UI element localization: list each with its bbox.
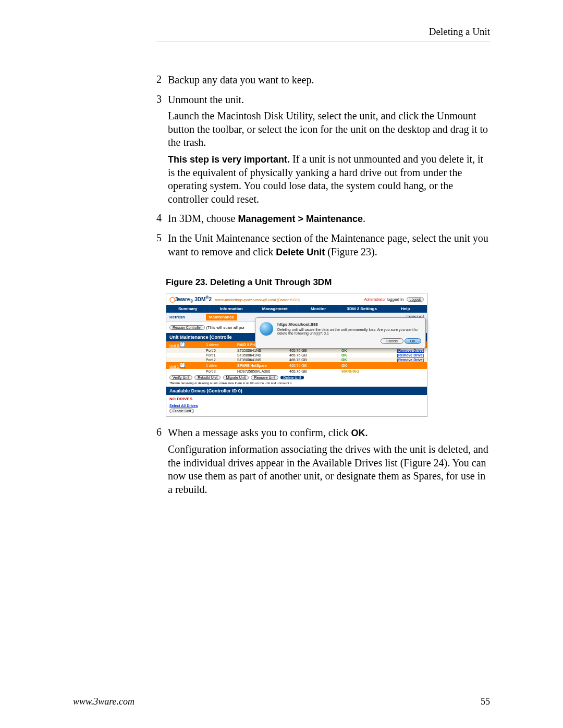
action-note: *Before removing or deleting a unit, mak… [166,381,427,387]
step-text: In 3DM, choose Management > Maintenance. [168,212,490,226]
dialog-message: Deleting unit will cause the data on the… [277,328,421,335]
unit-status: OK [341,364,373,367]
step-para: Configuration information associating th… [168,443,490,496]
confirm-dialog: https://localhost:888 Deleting unit will… [255,317,426,349]
tab-monitor[interactable]: Monitor [297,305,341,313]
host-label: amcc-marketings-power-mac-g5.local (Darw… [215,298,300,302]
drive-row: Port 0ST3500641NS465.76 GBOK[Remove Driv… [166,348,427,353]
warning-bold: This step is very important. [168,154,290,165]
step-number: 3 [156,93,168,209]
remove-unit-button[interactable]: Remove Unit [251,375,278,380]
safari-icon [260,322,273,336]
tab-summary[interactable]: Summary [166,305,210,313]
text-post: . [363,213,365,224]
create-unit-button[interactable]: Create Unit [169,409,194,413]
unit-row-1: Unit 1 1 drive SPARE HotSpare 465.75 GB … [166,362,427,369]
unit-drives: 1 drive [206,364,237,367]
select-all-drives-link[interactable]: Select All Drives [166,403,427,409]
step-text: When a message asks you to confirm, clic… [168,426,490,440]
button-ref: Delete Unit [276,247,325,257]
step-2: 2 Backup any data you want to keep. [156,73,490,90]
text-post: (Figure 23). [325,246,377,257]
unit-drives: 3 drives [206,343,237,347]
remove-drive-link[interactable]: [Remove Drive] [397,358,424,362]
maintenance-tab[interactable]: Maintenance [206,314,237,320]
step-para: Launch the Macintosh Disk Utility, selec… [168,109,490,150]
drive-row: Port 3HDS725050KLA360465.76 GBWARNING [166,369,427,374]
footer-page-number: 55 [481,696,490,707]
text-pre: In 3DM, choose [168,213,238,224]
step-6: 6 When a message asks you to confirm, cl… [156,426,490,499]
brand-logo: ◯3ware® 3DM®2 [169,297,212,302]
button-ref: OK. [351,428,368,438]
step-number: 5 [156,232,168,262]
step-3: 3 Unmount the unit. Launch the Macintosh… [156,93,490,209]
unit-actions: Verify Unit Rebuild Unit Migrate Unit Re… [166,374,427,381]
page-footer: www.3ware.com 55 [73,696,490,707]
menu-path: Management > Maintenance [238,214,363,224]
tab-information[interactable]: Information [210,305,254,313]
drive-row: Port 1ST3500641NS465.76 GBOK[Remove Driv… [166,353,427,357]
unit-size: 465.75 GB [289,364,341,367]
cancel-button[interactable]: Cancel [381,338,403,344]
verify-unit-button[interactable]: Verify Unit [169,375,192,380]
dialog-title: https://localhost:888 [277,322,421,327]
tab-management[interactable]: Management [253,305,297,313]
step-text: Unmount the unit. [168,93,490,107]
step-number: 2 [156,73,168,90]
footer-url: www.3ware.com [73,696,134,707]
migrate-unit-button[interactable]: Migrate Unit [223,375,249,380]
remove-drive-link[interactable]: [Remove Drive] [397,349,424,352]
unit-checkbox[interactable] [180,342,185,347]
figure-caption: Figure 23. Deleting a Unit Through 3DM [166,277,490,288]
admin-label: Administrator [364,298,385,301]
rescan-controller-button[interactable]: Rescan Controller [169,325,205,330]
logged-in-label: logged in [386,297,405,302]
tab-3dm2-settings[interactable]: 3DM 2 Settings [340,305,384,313]
unit-link[interactable]: Unit 0 [169,344,179,348]
remove-drive-link[interactable]: [Remove Drive] [397,353,424,357]
no-drives-label: NO DRIVES [166,395,427,403]
header-divider [156,42,490,42]
step-number: 6 [156,426,168,499]
text-pre: When a message asks you to confirm, clic… [168,427,351,438]
step-5: 5 In the Unit Maintenance section of the… [156,232,490,262]
unit-checkbox[interactable] [180,363,185,368]
nav-tabs: Summary Information Management Monitor 3… [166,305,427,313]
unit-link[interactable]: Unit 1 [169,365,179,368]
rebuild-unit-button[interactable]: Rebuild Unit [194,375,221,380]
page-header: Deleting a Unit [156,26,490,38]
tab-help[interactable]: Help [384,305,427,313]
available-drives-header: Available Drives (Controller ID 0) [166,387,427,395]
step-text: In the Unit Maintenance section of the M… [168,232,490,258]
unit-type: SPARE HotSpare [237,364,289,367]
delete-unit-button[interactable]: Delete Unit [280,376,304,379]
ok-button[interactable]: OK [405,338,421,344]
refresh-link[interactable]: Refresh [169,315,185,319]
logout-button[interactable]: Logout [407,297,424,302]
drive-row: Port 2ST3500641NS465.76 GBOK[Remove Driv… [166,357,427,362]
drive-rows-unit0: Port 0ST3500641NS465.76 GBOK[Remove Driv… [166,348,427,362]
screenshot-3dm: ◯3ware® 3DM®2 amcc-marketings-power-mac-… [166,293,427,417]
step-text: Backup any data you want to keep. [168,73,490,87]
step-warning: This step is very important. If a unit i… [168,153,490,206]
step-4: 4 In 3DM, choose Management > Maintenanc… [156,212,490,229]
rescan-note: (This will scan all por [206,325,244,330]
step-number: 4 [156,212,168,229]
